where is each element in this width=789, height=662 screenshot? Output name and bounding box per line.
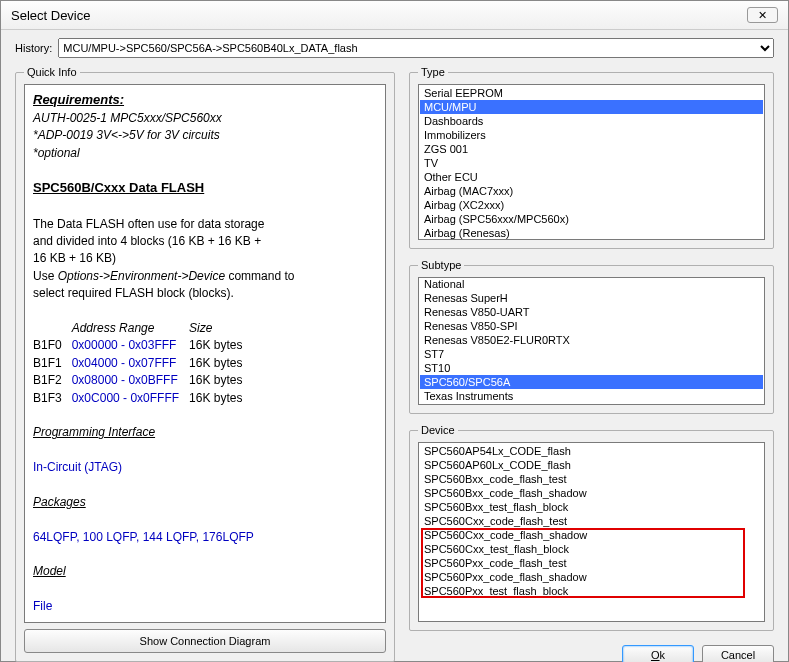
table-row: B1F30x0C000 - 0x0FFFF16K bytes (33, 390, 252, 407)
list-item[interactable]: SPC560/SPC56A (420, 375, 763, 389)
footer-buttons: Ok Cancel (409, 645, 774, 662)
list-item[interactable]: ZGS 001 (420, 142, 763, 156)
list-item[interactable]: SPC560Pxx_code_flash_shadow (420, 570, 763, 584)
list-item[interactable]: SPC560Bxx_code_flash_shadow (420, 486, 763, 500)
list-item[interactable]: SPC560AP60Lx_CODE_flash (420, 458, 763, 472)
model-value: File (33, 598, 377, 615)
subtype-listbox[interactable]: NationalRenesas SuperHRenesas V850-UARTR… (418, 277, 765, 405)
table-row: B1F00x00000 - 0x03FFF16K bytes (33, 337, 252, 354)
list-item[interactable]: Texas Instruments (420, 389, 763, 403)
list-item[interactable]: Other ECU (420, 170, 763, 184)
list-item[interactable]: MCU/MPU (420, 100, 763, 114)
select-device-window: Select Device ✕ History: MCU/MPU->SPC560… (0, 0, 789, 662)
show-connection-diagram-button[interactable]: Show Connection Diagram (24, 629, 386, 653)
device-fieldset: Device SPC560AP54Lx_CODE_flashSPC560AP60… (409, 424, 774, 631)
section-title: SPC560B/Cxxx Data FLASH (33, 179, 377, 198)
list-item[interactable]: SPC560Cxx_code_flash_shadow (420, 528, 763, 542)
quick-info-text[interactable]: Requirements: AUTH-0025-1 MPC5xxx/SPC560… (24, 84, 386, 623)
model-heading: Model (33, 563, 377, 580)
device-legend: Device (418, 424, 458, 436)
desc-line4: Use Options->Environment->Device command… (33, 268, 377, 285)
type-legend: Type (418, 66, 448, 78)
flash-table: Address Range Size B1F00x00000 - 0x03FFF… (33, 320, 252, 407)
list-item[interactable]: Immobilizers (420, 128, 763, 142)
list-item[interactable]: SPC560Bxx_test_flash_block (420, 500, 763, 514)
list-item[interactable]: Airbag (Renesas) (420, 226, 763, 240)
desc-line5: select required FLASH block (blocks). (33, 285, 377, 302)
right-column: Type Serial EEPROMMCU/MPUDashboardsImmob… (409, 66, 774, 662)
req-line3: *optional (33, 145, 377, 162)
list-item[interactable]: SPC560Pxx_test_flash_block (420, 584, 763, 598)
list-item[interactable]: SPC560Cxx_test_flash_block (420, 542, 763, 556)
list-item[interactable]: Renesas V850-UART (420, 305, 763, 319)
prog-iface-value: In-Circuit (JTAG) (33, 459, 377, 476)
table-row: B1F10x04000 - 0x07FFF16K bytes (33, 355, 252, 372)
list-item[interactable]: ST7 (420, 347, 763, 361)
list-item[interactable]: SPC560Pxx_code_flash_test (420, 556, 763, 570)
cancel-button[interactable]: Cancel (702, 645, 774, 662)
list-item[interactable]: TV (420, 156, 763, 170)
desc-line2: and divided into 4 blocks (16 KB + 16 KB… (33, 233, 377, 250)
type-listbox[interactable]: Serial EEPROMMCU/MPUDashboardsImmobilize… (418, 84, 765, 240)
desc-line1: The Data FLASH often use for data storag… (33, 216, 377, 233)
list-item[interactable]: National (420, 277, 763, 291)
list-item[interactable]: Renesas SuperH (420, 291, 763, 305)
subtype-legend: Subtype (418, 259, 464, 271)
list-item[interactable]: Airbag (XC2xxx) (420, 198, 763, 212)
titlebar: Select Device ✕ (1, 1, 788, 30)
req-line1: AUTH-0025-1 MPC5xxx/SPC560xx (33, 110, 377, 127)
window-title: Select Device (11, 8, 90, 23)
list-item[interactable]: SPC560Cxx_code_flash_test (420, 514, 763, 528)
list-item[interactable]: Renesas V850E2-FLUR0RTX (420, 333, 763, 347)
table-row: B1F20x08000 - 0x0BFFF16K bytes (33, 372, 252, 389)
requirements-heading: Requirements: (33, 91, 377, 110)
quick-info-fieldset: Quick Info Requirements: AUTH-0025-1 MPC… (15, 66, 395, 662)
list-item[interactable]: Renesas V850-SPI (420, 319, 763, 333)
list-item[interactable]: SPC560AP54Lx_CODE_flash (420, 444, 763, 458)
history-row: History: MCU/MPU->SPC560/SPC56A->SPC560B… (15, 38, 774, 58)
list-item[interactable]: Airbag (MAC7xxx) (420, 184, 763, 198)
columns: Quick Info Requirements: AUTH-0025-1 MPC… (15, 66, 774, 662)
list-item[interactable]: Serial EEPROM (420, 86, 763, 100)
list-item[interactable]: Dashboards (420, 114, 763, 128)
history-dropdown[interactable]: MCU/MPU->SPC560/SPC56A->SPC560B40Lx_DATA… (58, 38, 774, 58)
left-column: Quick Info Requirements: AUTH-0025-1 MPC… (15, 66, 395, 662)
history-label: History: (15, 42, 52, 54)
type-fieldset: Type Serial EEPROMMCU/MPUDashboardsImmob… (409, 66, 774, 249)
close-button[interactable]: ✕ (747, 7, 778, 23)
packages-heading: Packages (33, 494, 377, 511)
desc-line3: 16 KB + 16 KB) (33, 250, 377, 267)
prog-iface-heading: Programming Interface (33, 424, 377, 441)
subtype-fieldset: Subtype NationalRenesas SuperHRenesas V8… (409, 259, 774, 414)
list-item[interactable]: Airbag (SPC56xxx/MPC560x) (420, 212, 763, 226)
packages-value: 64LQFP, 100 LQFP, 144 LQFP, 176LQFP (33, 529, 377, 546)
quick-info-legend: Quick Info (24, 66, 80, 78)
list-item[interactable]: ST10 (420, 361, 763, 375)
ok-button[interactable]: Ok (622, 645, 694, 662)
content-area: History: MCU/MPU->SPC560/SPC56A->SPC560B… (1, 30, 788, 662)
list-item[interactable]: SPC560Bxx_code_flash_test (420, 472, 763, 486)
device-listbox[interactable]: SPC560AP54Lx_CODE_flashSPC560AP60Lx_CODE… (418, 442, 765, 622)
req-line2: *ADP-0019 3V<->5V for 3V circuits (33, 127, 377, 144)
device-list-wrap: SPC560AP54Lx_CODE_flashSPC560AP60Lx_CODE… (418, 442, 765, 622)
